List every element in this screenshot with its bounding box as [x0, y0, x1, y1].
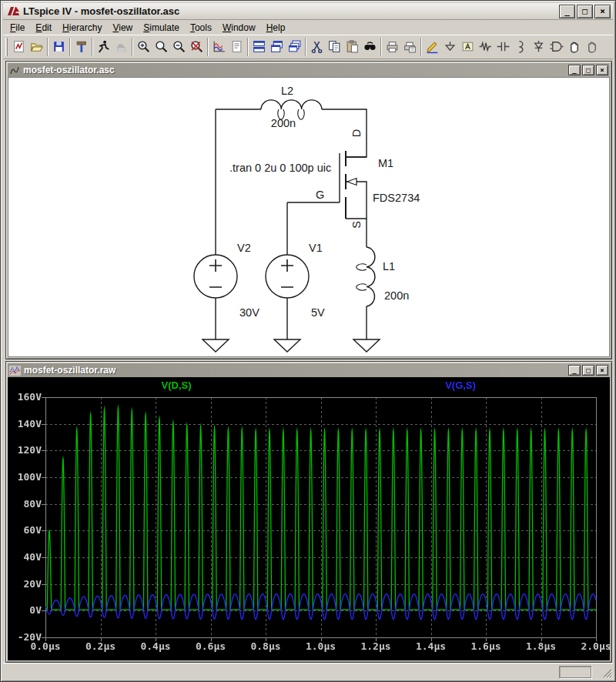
schematic-close-button[interactable]: × [596, 65, 608, 75]
waveform-plot-area[interactable]: V(D,S) V(G,S) 160V140V120V100V80V60V40V2… [8, 377, 610, 660]
toolbar-separator [92, 38, 93, 56]
place-capacitor-button[interactable] [494, 38, 512, 56]
menu-help[interactable]: Help [261, 21, 291, 35]
l1-inductor[interactable] [367, 247, 375, 306]
waveform-close-button[interactable]: × [596, 365, 608, 376]
gate-pin-label: G [316, 189, 324, 201]
x-tick-label: 1.8µs [520, 640, 563, 652]
paste-button[interactable] [343, 38, 361, 56]
x-tick-label: 0.4µs [134, 640, 177, 652]
x-tick-label: 1.2µs [354, 640, 397, 652]
run-button[interactable] [95, 38, 112, 56]
v1-name-label[interactable]: V1 [309, 242, 323, 254]
y-tick-label: 0V [9, 604, 42, 616]
place-resistor-button[interactable] [477, 38, 494, 56]
place-inductor-button[interactable] [512, 38, 530, 56]
legend-vds[interactable]: V(D,S) [162, 379, 192, 391]
place-label-button[interactable] [459, 38, 477, 56]
menu-hierarchy[interactable]: Hierarchy [57, 21, 107, 35]
halt-button[interactable] [112, 38, 130, 56]
zoom-back-button[interactable] [152, 38, 170, 56]
schematic-minimize-button[interactable]: _ [568, 65, 581, 75]
tran-directive[interactable]: .tran 0 2u 0 100p uic [229, 162, 331, 174]
spice-netlist-button[interactable] [228, 38, 246, 56]
place-ground-button[interactable] [441, 38, 459, 56]
menu-window[interactable]: Window [217, 21, 261, 35]
find-button[interactable] [361, 38, 379, 56]
print-button[interactable] [383, 38, 401, 56]
l2-value-label[interactable]: 200n [271, 117, 296, 129]
place-diode-button[interactable] [530, 38, 547, 56]
toolbar [3, 35, 613, 59]
m1-name-label[interactable]: M1 [378, 157, 393, 169]
legend-vgs[interactable]: V(G,S) [445, 379, 476, 391]
cut-button[interactable] [308, 38, 326, 56]
m1-mosfet[interactable] [340, 151, 367, 219]
toolbar-separator [420, 38, 422, 56]
ground-v2[interactable] [203, 339, 229, 352]
v1-value-label[interactable]: 5V [311, 306, 325, 319]
move-button[interactable] [565, 38, 583, 56]
schematic-canvas[interactable]: L2 200n D .tran 0 2u 0 100p uic M1 G FDS… [8, 77, 610, 357]
l2-name-label[interactable]: L2 [281, 85, 293, 97]
status-panel [559, 666, 591, 678]
waveform-titlebar[interactable]: mosfet-oszillator.raw _ □ × [8, 363, 610, 377]
zoom-out-button[interactable] [170, 38, 188, 56]
schematic-maximize-button[interactable]: □ [582, 65, 594, 75]
l1-name-label[interactable]: L1 [383, 260, 395, 272]
copy-button[interactable] [326, 38, 343, 56]
menu-simulate[interactable]: Simulate [138, 21, 185, 35]
save-button[interactable] [50, 38, 68, 56]
menu-file[interactable]: File [5, 21, 30, 35]
place-component-button[interactable] [547, 38, 565, 56]
waveform-window-title: mosfet-oszillator.raw [24, 365, 116, 376]
zoom-full-extents-button[interactable] [188, 38, 206, 56]
menu-view[interactable]: View [107, 21, 138, 35]
drag-button[interactable] [583, 38, 601, 56]
l2-inductor[interactable] [261, 100, 322, 109]
y-tick-label: 160V [9, 391, 42, 403]
draw-wire-button[interactable] [424, 38, 441, 56]
l1-value-label[interactable]: 200n [384, 289, 409, 302]
toolbar-separator [380, 38, 382, 56]
x-tick-label: 1.4µs [410, 640, 453, 652]
close-button[interactable]: × [594, 5, 611, 18]
menu-edit[interactable]: Edit [30, 21, 57, 35]
waveform-file-icon [9, 366, 21, 376]
waveform-maximize-button[interactable]: □ [582, 365, 594, 376]
y-tick-label: 40V [9, 551, 42, 563]
schematic-file-icon [9, 65, 20, 75]
tile-horizontal-button[interactable] [250, 38, 268, 56]
waveform-minimize-button[interactable]: _ [568, 365, 581, 376]
toolbar-separator [305, 38, 306, 56]
v2-value-label[interactable]: 30V [239, 306, 259, 319]
ground-l1[interactable] [353, 339, 380, 352]
print-preview-button[interactable] [401, 38, 419, 56]
new-schematic-button[interactable] [10, 38, 28, 56]
y-tick-label: 140V [9, 418, 42, 430]
toolbar-separator [47, 38, 49, 56]
menu-bar: FileEditHierarchyViewSimulateToolsWindow… [3, 20, 613, 35]
resize-grip[interactable] [601, 667, 612, 678]
schematic-titlebar[interactable]: mosfet-oszillator.asc _ □ × [8, 63, 610, 77]
x-tick-label: 1.0µs [300, 640, 343, 652]
waveform-viewer-button[interactable] [210, 38, 228, 56]
ground-v1[interactable] [274, 339, 300, 352]
open-file-button[interactable] [28, 38, 45, 56]
v2-source[interactable] [194, 109, 237, 339]
maximize-button[interactable]: □ [577, 5, 593, 18]
minimize-button[interactable]: _ [559, 5, 575, 18]
main-titlebar[interactable]: LTspice IV - mosfet-oszillator.asc _ □ × [3, 3, 613, 20]
v1-source[interactable] [266, 255, 309, 339]
zoom-in-button[interactable] [135, 38, 152, 56]
waveform-traces-canvas[interactable] [8, 377, 610, 660]
window-title: LTspice IV - mosfet-oszillator.asc [23, 5, 179, 17]
control-panel-button[interactable] [72, 38, 90, 56]
tile-vertical-button[interactable] [268, 38, 286, 56]
x-tick-label: 0.0µs [24, 640, 67, 652]
toolbar-grip[interactable] [5, 38, 8, 56]
m1-value-label[interactable]: FDS2734 [373, 192, 420, 204]
v2-name-label[interactable]: V2 [237, 242, 251, 254]
cascade-windows-button[interactable] [286, 38, 303, 56]
menu-tools[interactable]: Tools [185, 21, 217, 35]
